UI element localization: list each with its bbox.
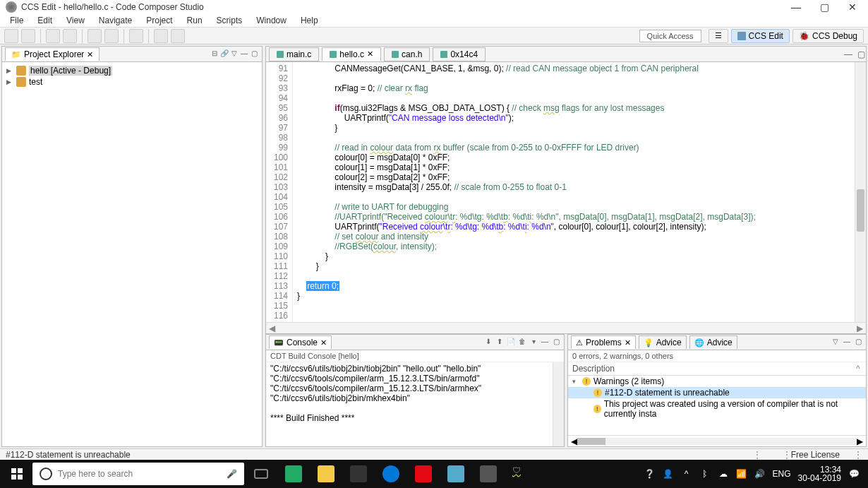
- menu-file[interactable]: File: [4, 14, 29, 27]
- tab-can-h[interactable]: can.h: [384, 47, 430, 61]
- tab-main-c[interactable]: main.c: [269, 47, 319, 61]
- open-console-icon[interactable]: ▾: [529, 338, 538, 347]
- tree-item-test[interactable]: ▶ test: [6, 76, 258, 88]
- toolbar-debug-icon[interactable]: [88, 29, 102, 43]
- expand-arrow-icon[interactable]: ▶: [6, 78, 13, 85]
- console-tab[interactable]: 📟 Console ✕: [269, 335, 332, 349]
- maximize-button[interactable]: ▢: [814, 1, 834, 13]
- quick-access-input[interactable]: Quick Access: [639, 30, 701, 42]
- c-file-icon: [330, 51, 337, 58]
- taskbar-netflix[interactable]: [408, 460, 439, 488]
- status-license: Free License: [791, 450, 840, 460]
- problems-tab[interactable]: ⚠ Problems ✕: [571, 335, 636, 349]
- tray-notifications-icon[interactable]: 💬: [848, 468, 860, 480]
- console-minimize-icon[interactable]: —: [540, 338, 550, 347]
- advice-tab-2[interactable]: 🌐 Advice: [689, 335, 737, 349]
- problems-hscrollbar[interactable]: ◀▶: [568, 435, 866, 446]
- taskbar-store[interactable]: [343, 460, 374, 488]
- toolbar-search-icon[interactable]: [129, 29, 143, 43]
- clear-console-icon[interactable]: 🗑: [517, 338, 527, 347]
- minimize-view-icon[interactable]: —: [239, 49, 249, 59]
- open-perspective-icon[interactable]: ☰: [709, 29, 728, 43]
- link-editor-icon[interactable]: 🔗: [219, 49, 229, 59]
- menu-view[interactable]: View: [61, 14, 90, 27]
- toolbar-new-icon[interactable]: [4, 29, 18, 43]
- tab-hello-c[interactable]: hello.c ✕: [322, 47, 381, 61]
- perspective-ccs-debug[interactable]: 🐞CCS Debug: [792, 29, 864, 43]
- taskbar-edge[interactable]: [375, 460, 406, 488]
- column-description[interactable]: Description: [568, 362, 852, 375]
- close-button[interactable]: ✕: [843, 1, 862, 13]
- pin-console-icon[interactable]: ⬆: [495, 338, 505, 347]
- tray-clock[interactable]: 13:34 30-04-2019: [798, 465, 841, 482]
- code-content[interactable]: CANMessageGet(CAN1_BASE, 1, &msg, 0); //…: [293, 62, 855, 322]
- collapse-all-icon[interactable]: ⊟: [210, 49, 219, 59]
- menu-help[interactable]: Help: [295, 14, 324, 27]
- tray-onedrive-icon[interactable]: ☁: [718, 468, 729, 480]
- svg-rect-2: [11, 475, 16, 480]
- menu-scripts[interactable]: Scripts: [211, 14, 248, 27]
- scroll-lock-icon[interactable]: ⬇: [483, 338, 493, 347]
- problems-view: ⚠ Problems ✕ 💡 Advice 🌐 Advice ▽ — ▢ 0 e…: [567, 334, 867, 447]
- menu-navigate[interactable]: Navigate: [93, 14, 138, 27]
- taskbar-security[interactable]: 🛡: [505, 460, 536, 488]
- toolbar-build-icon[interactable]: [46, 29, 60, 43]
- toolbar-hammer-icon[interactable]: [63, 29, 77, 43]
- main-toolbar: Quick Access ☰ CCS Edit 🐞CCS Debug: [0, 28, 868, 44]
- tray-wifi-icon[interactable]: 📶: [736, 468, 747, 480]
- problems-group-warnings[interactable]: ▾ ! Warnings (2 items): [568, 376, 866, 387]
- taskbar-search[interactable]: Type here to search 🎤: [32, 463, 244, 485]
- tray-bluetooth-icon[interactable]: ᛒ: [699, 468, 711, 480]
- menu-window[interactable]: Window: [251, 14, 292, 27]
- problem-item-1[interactable]: ! #112-D statement is unreachable: [568, 387, 866, 398]
- tray-help-icon[interactable]: ❔: [644, 468, 656, 480]
- expand-arrow-icon[interactable]: ▶: [6, 67, 13, 74]
- toolbar-forward-icon[interactable]: [171, 29, 185, 43]
- toolbar-run-icon[interactable]: [104, 29, 119, 43]
- tab-0x14c4[interactable]: 0x14c4: [433, 47, 486, 61]
- horizontal-scrollbar[interactable]: ◀▶: [266, 322, 866, 333]
- editor-minimize-icon[interactable]: —: [843, 49, 853, 59]
- menu-run[interactable]: Run: [181, 14, 208, 27]
- vertical-scrollbar[interactable]: [855, 62, 866, 322]
- tree-item-label: hello [Active - Debug]: [29, 66, 112, 76]
- editor-maximize-icon[interactable]: ▢: [856, 49, 866, 59]
- task-view-icon[interactable]: [246, 460, 277, 488]
- console-output[interactable]: "C:/ti/ccsv6/utils/tiobj2bin/tiobj2bin" …: [266, 362, 553, 446]
- taskbar-app-1[interactable]: [278, 460, 309, 488]
- project-folder-icon: [16, 77, 26, 87]
- perspective-ccs-edit[interactable]: CCS Edit: [731, 29, 790, 43]
- problems-minimize-icon[interactable]: —: [842, 338, 852, 347]
- tray-volume-icon[interactable]: 🔊: [754, 468, 766, 480]
- start-button[interactable]: [3, 460, 31, 488]
- problem-item-2[interactable]: ! This project was created using a versi…: [568, 398, 866, 419]
- maximize-view-icon[interactable]: ▢: [249, 49, 259, 59]
- code-editor[interactable]: 9192939495969798991001011021031041051061…: [266, 62, 866, 322]
- tray-people-icon[interactable]: 👤: [663, 468, 674, 480]
- menu-project[interactable]: Project: [140, 14, 178, 27]
- project-explorer-view: 📁 Project Explorer ✕ ⊟ 🔗 ▽ — ▢ ▶ hello […: [1, 46, 263, 447]
- tray-up-icon[interactable]: ^: [681, 468, 692, 480]
- console-scrollbar[interactable]: [553, 362, 564, 446]
- mic-icon[interactable]: 🎤: [227, 469, 237, 479]
- project-explorer-tab[interactable]: 📁 Project Explorer ✕: [5, 47, 100, 61]
- warning-icon: !: [593, 405, 601, 413]
- taskbar-app-2[interactable]: [440, 460, 471, 488]
- problems-menu-icon[interactable]: ▽: [831, 338, 840, 347]
- project-tree[interactable]: ▶ hello [Active - Debug] ▶ test: [2, 62, 262, 446]
- tree-item-label: test: [29, 77, 42, 87]
- toolbar-save-icon[interactable]: [21, 29, 35, 43]
- advice-tab-1[interactable]: 💡 Advice: [639, 335, 687, 349]
- toolbar-back-icon[interactable]: [154, 29, 168, 43]
- minimize-button[interactable]: —: [786, 1, 806, 13]
- display-selected-icon[interactable]: 📄: [506, 338, 516, 347]
- taskbar-file-explorer[interactable]: [311, 460, 342, 488]
- tray-language[interactable]: ENG: [773, 469, 791, 479]
- line-number-gutter: 9192939495969798991001011021031041051061…: [266, 62, 293, 322]
- taskbar-ccs[interactable]: [473, 460, 504, 488]
- view-menu-icon[interactable]: ▽: [229, 49, 239, 59]
- problems-maximize-icon[interactable]: ▢: [853, 338, 863, 347]
- tree-item-hello[interactable]: ▶ hello [Active - Debug]: [6, 65, 258, 76]
- menu-edit[interactable]: Edit: [32, 14, 58, 27]
- console-maximize-icon[interactable]: ▢: [551, 338, 561, 347]
